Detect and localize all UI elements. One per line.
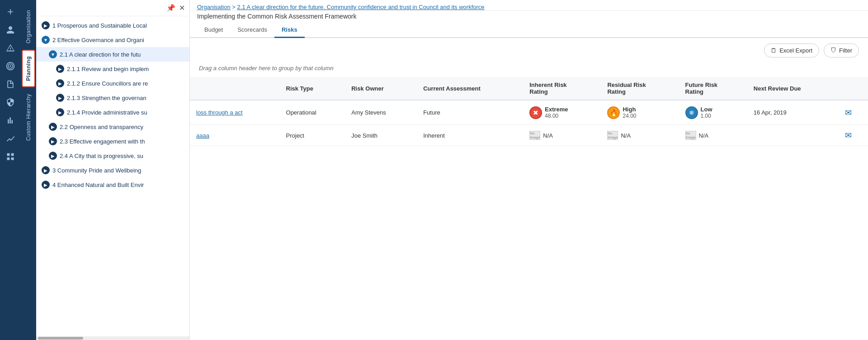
future-na-2: N/A: [699, 132, 709, 139]
email-icon-1[interactable]: ✉: [845, 108, 852, 117]
shield-nav-icon[interactable]: [2, 94, 19, 110]
future-rating-cell-1: ❄ Low 1.00: [679, 100, 747, 125]
col-next-review-due[interactable]: Next Review Due: [747, 77, 839, 100]
chart-bar-nav-icon[interactable]: [2, 112, 19, 129]
tree-item-2[interactable]: ▼ 2 Effective Governance and Organi: [36, 33, 189, 47]
future-rating-cell-2: NoImage N/A: [679, 125, 747, 146]
residual-rating-2: NoImage N/A: [607, 131, 672, 140]
tab-custom-hierarchy[interactable]: Custom Hierarchy: [23, 88, 34, 146]
future-icon-1: ❄: [685, 106, 698, 119]
breadcrumb: Organisation > 2.1 A clear direction for…: [190, 0, 868, 11]
next-review-cell-1: 16 Apr, 2019: [747, 100, 839, 125]
excel-export-label: Excel Export: [779, 47, 812, 54]
tab-risks[interactable]: Risks: [274, 23, 305, 38]
page-title: Implementing the Common Risk Assessment …: [190, 11, 868, 23]
chart-line-nav-icon[interactable]: [2, 130, 19, 147]
risk-type-cell-2: Project: [280, 125, 345, 146]
filter-button[interactable]: ⛉ Filter: [824, 43, 859, 57]
tree-panel: 📌 ✕ ▶ 1 Prosperous and Sustainable Local…: [36, 0, 190, 340]
chevron-icon-2-4: ▶: [49, 152, 57, 160]
tree-item-2-1-1[interactable]: ▶ 2.1.1 Review and begin implem: [36, 62, 189, 76]
tree-item-2-1-1-label: 2.1.1 Review and begin implem: [67, 66, 149, 72]
add-nav-icon[interactable]: [2, 4, 19, 20]
toolbar: 🗒 Excel Export ⛉ Filter: [190, 38, 868, 63]
email-icon-2[interactable]: ✉: [845, 131, 852, 140]
tab-planning[interactable]: Planning: [22, 50, 35, 87]
tree-item-3-label: 3 Community Pride and Wellbeing: [52, 167, 141, 174]
tab-scorecards[interactable]: Scorecards: [230, 23, 274, 38]
current-assessment-cell-2: Inherent: [417, 125, 523, 146]
col-risk-type[interactable]: Risk Type: [280, 77, 345, 100]
chevron-icon-2-1: ▼: [49, 50, 57, 58]
tree-item-2-4[interactable]: ▶ 2.4 A City that is progressive, su: [36, 148, 189, 163]
chevron-icon-2-1-4: ▶: [56, 108, 64, 116]
tree-item-1[interactable]: ▶ 1 Prosperous and Sustainable Local: [36, 18, 189, 33]
user-nav-icon[interactable]: [2, 22, 19, 38]
breadcrumb-organisation[interactable]: Organisation: [197, 4, 231, 10]
chevron-icon-2-1-3: ▶: [56, 94, 64, 102]
col-risk-owner[interactable]: Risk Owner: [345, 77, 417, 100]
grid-nav-icon[interactable]: [2, 148, 19, 165]
tree-item-3[interactable]: ▶ 3 Community Pride and Wellbeing: [36, 163, 189, 177]
excel-export-button[interactable]: 🗒 Excel Export: [764, 43, 819, 57]
tree-item-4[interactable]: ▶ 4 Enhanced Natural and Built Envir: [36, 177, 189, 192]
tree-item-2-2[interactable]: ▶ 2.2 Openness and transparency: [36, 120, 189, 134]
risk-name-cell-1[interactable]: loss through a act: [190, 100, 280, 125]
tree-item-2-1-4-label: 2.1.4 Provide administrative su: [67, 109, 147, 116]
panel-scrollbar[interactable]: [36, 336, 189, 340]
target-nav-icon[interactable]: [2, 58, 19, 74]
tree-item-2-3[interactable]: ▶ 2.3 Effective engagement with th: [36, 134, 189, 148]
tree-item-2-1[interactable]: ▼ 2.1 A clear direction for the futu: [36, 47, 189, 62]
tabs-bar: Budget Scorecards Risks: [190, 23, 868, 38]
risk-name-link-2[interactable]: aaaa: [196, 132, 209, 139]
vertical-tabs: Organisation Planning Custom Hierarchy: [21, 0, 36, 340]
tree-item-2-1-3[interactable]: ▶ 2.1.3 Strengthen the governan: [36, 91, 189, 105]
panel-header: 📌 ✕: [36, 0, 189, 16]
col-name[interactable]: [190, 77, 280, 100]
risk-owner-cell-1: Amy Stevens: [345, 100, 417, 125]
tree-item-2-1-4[interactable]: ▶ 2.1.4 Provide administrative su: [36, 105, 189, 120]
chevron-icon-1: ▶: [42, 21, 50, 29]
col-future-risk-rating[interactable]: Future RiskRating: [679, 77, 747, 100]
risk-name-link-1[interactable]: loss through a act: [196, 109, 243, 116]
tab-organisation[interactable]: Organisation: [23, 5, 34, 49]
tree-item-2-1-2[interactable]: ▶ 2.1.2 Ensure Councillors are re: [36, 76, 189, 91]
close-panel-icon[interactable]: ✕: [179, 4, 185, 12]
tree-item-2-label: 2 Effective Governance and Organi: [52, 37, 144, 43]
col-current-assessment[interactable]: Current Assessment: [417, 77, 523, 100]
chevron-icon-2-3: ▶: [49, 137, 57, 145]
actions-cell-2[interactable]: ✉: [839, 125, 868, 146]
document-nav-icon[interactable]: [2, 76, 19, 92]
residual-rating-1: 🔥 High 24.00: [607, 106, 672, 119]
tree-item-2-1-2-label: 2.1.2 Ensure Councillors are re: [67, 80, 148, 87]
tree-item-2-1-3-label: 2.1.3 Strengthen the governan: [67, 95, 146, 101]
tree-item-2-3-label: 2.3 Effective engagement with th: [60, 138, 145, 145]
chevron-icon-2-1-1: ▶: [56, 65, 64, 73]
breadcrumb-separator: >: [232, 4, 237, 10]
risk-table: Risk Type Risk Owner Current Assessment …: [190, 77, 868, 340]
risk-name-cell-2[interactable]: aaaa: [190, 125, 280, 146]
filter-icon: ⛉: [830, 47, 836, 54]
tab-budget[interactable]: Budget: [197, 23, 230, 38]
col-actions: [839, 77, 868, 100]
main-content: Organisation > 2.1 A clear direction for…: [190, 0, 868, 340]
col-residual-risk-rating[interactable]: Residual RiskRating: [601, 77, 679, 100]
risks-table-element: Risk Type Risk Owner Current Assessment …: [190, 77, 868, 146]
chevron-icon-2-2: ▶: [49, 123, 57, 131]
inherent-rating-cell-2: NoImage N/A: [523, 125, 601, 146]
tree-item-2-4-label: 2.4 A City that is progressive, su: [60, 153, 143, 159]
breadcrumb-page[interactable]: 2.1 A clear direction for the future. Co…: [237, 4, 485, 10]
col-inherent-risk-rating[interactable]: Inherent RiskRating: [523, 77, 601, 100]
residual-noimage-2: NoImage: [607, 131, 618, 140]
pin-icon[interactable]: 📌: [166, 4, 175, 12]
chevron-icon-3: ▶: [42, 166, 50, 174]
inherent-rating-1: ✖ Extreme 48.00: [529, 106, 594, 119]
tree-item-2-1-label: 2.1 A clear direction for the futu: [60, 51, 141, 58]
actions-cell-1[interactable]: ✉: [839, 100, 868, 125]
inherent-icon-1: ✖: [529, 106, 542, 119]
svg-point-2: [9, 65, 11, 67]
current-assessment-cell-1: Future: [417, 100, 523, 125]
panel-scrollbar-thumb[interactable]: [38, 337, 83, 340]
alert-nav-icon[interactable]: [2, 40, 19, 56]
future-text-1: Low 1.00: [701, 106, 712, 119]
